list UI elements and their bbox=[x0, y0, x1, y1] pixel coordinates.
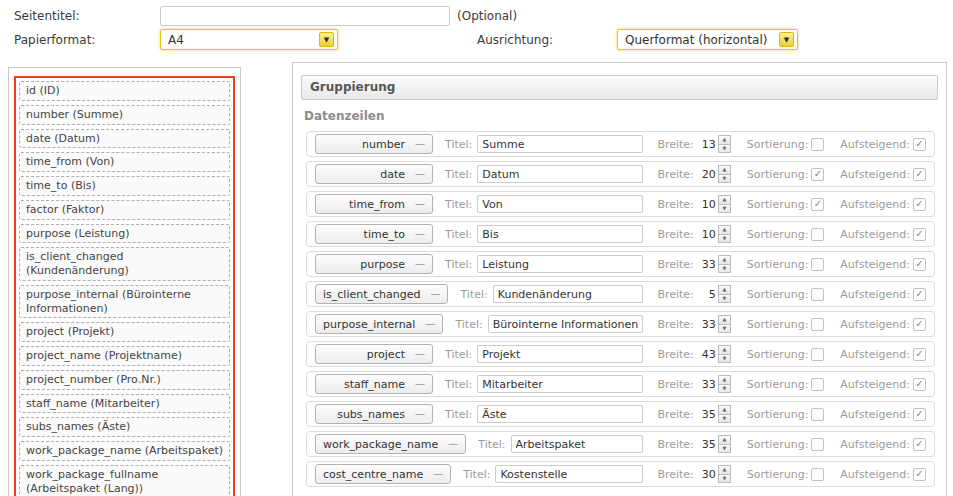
titel-input[interactable] bbox=[477, 135, 643, 153]
breite-input[interactable] bbox=[698, 228, 716, 241]
breite-spinner[interactable]: ▲ ▼ bbox=[718, 225, 731, 243]
available-field-item[interactable]: is_client_changed (Kundenänderung) bbox=[19, 247, 230, 281]
row-field-handle[interactable]: subs_names — bbox=[315, 404, 433, 424]
breite-input[interactable] bbox=[698, 318, 716, 331]
breite-spinner[interactable]: ▲ ▼ bbox=[718, 435, 731, 453]
available-field-item[interactable]: factor (Faktor) bbox=[19, 200, 230, 220]
breite-input[interactable] bbox=[698, 438, 716, 451]
sortierung-checkbox[interactable]: ✓ bbox=[811, 348, 824, 361]
breite-input[interactable] bbox=[698, 408, 716, 421]
breite-spinner[interactable]: ▲ ▼ bbox=[718, 195, 731, 213]
row-field-handle[interactable]: time_from — bbox=[315, 194, 433, 214]
available-field-item[interactable]: purpose (Leistung) bbox=[19, 224, 230, 244]
row-field-handle[interactable]: project — bbox=[315, 344, 433, 364]
available-field-item[interactable]: work_package_fullname (Arbeitspaket (Lan… bbox=[19, 465, 230, 496]
breite-input[interactable] bbox=[698, 378, 716, 391]
available-field-item[interactable]: purpose_internal (Bürointerne Informatio… bbox=[19, 285, 230, 319]
aufsteigend-checkbox[interactable]: ✓ bbox=[913, 228, 926, 241]
spinner-up-icon[interactable]: ▲ bbox=[718, 255, 731, 265]
spinner-up-icon[interactable]: ▲ bbox=[718, 465, 731, 475]
row-field-handle[interactable]: purpose_internal — bbox=[315, 314, 443, 334]
available-field-item[interactable]: time_to (Bis) bbox=[19, 176, 230, 196]
titel-input[interactable] bbox=[477, 375, 643, 393]
available-field-item[interactable]: time_from (Von) bbox=[19, 152, 230, 172]
titel-input[interactable] bbox=[477, 255, 643, 273]
available-field-item[interactable]: staff_name (Mitarbeiter) bbox=[19, 394, 230, 414]
sortierung-checkbox[interactable]: ✓ bbox=[811, 168, 824, 181]
spinner-up-icon[interactable]: ▲ bbox=[718, 345, 731, 355]
sortierung-checkbox[interactable]: ✓ bbox=[811, 378, 824, 391]
aufsteigend-checkbox[interactable]: ✓ bbox=[913, 258, 926, 271]
row-field-handle[interactable]: time_to — bbox=[315, 224, 433, 244]
aufsteigend-checkbox[interactable]: ✓ bbox=[913, 138, 926, 151]
breite-input[interactable] bbox=[698, 168, 716, 181]
available-field-item[interactable]: project_number (Pro.Nr.) bbox=[19, 370, 230, 390]
aufsteigend-checkbox[interactable]: ✓ bbox=[913, 288, 926, 301]
available-field-item[interactable]: number (Summe) bbox=[19, 105, 230, 125]
available-field-item[interactable]: work_package_name (Arbeitspaket) bbox=[19, 441, 230, 461]
aufsteigend-checkbox[interactable]: ✓ bbox=[913, 348, 926, 361]
breite-spinner[interactable]: ▲ ▼ bbox=[718, 375, 731, 393]
grouping-header[interactable]: Gruppierung bbox=[301, 75, 938, 100]
row-field-handle[interactable]: cost_centre_name — bbox=[315, 464, 451, 484]
aufsteigend-checkbox[interactable]: ✓ bbox=[913, 408, 926, 421]
spinner-down-icon[interactable]: ▼ bbox=[718, 295, 731, 304]
sortierung-checkbox[interactable]: ✓ bbox=[811, 408, 824, 421]
spinner-down-icon[interactable]: ▼ bbox=[718, 235, 731, 244]
spinner-up-icon[interactable]: ▲ bbox=[718, 225, 731, 235]
spinner-up-icon[interactable]: ▲ bbox=[718, 285, 731, 295]
breite-input[interactable] bbox=[698, 348, 716, 361]
titel-input[interactable] bbox=[477, 405, 643, 423]
breite-spinner[interactable]: ▲ ▼ bbox=[718, 255, 731, 273]
available-field-item[interactable]: date (Datum) bbox=[19, 129, 230, 149]
aufsteigend-checkbox[interactable]: ✓ bbox=[913, 438, 926, 451]
spinner-down-icon[interactable]: ▼ bbox=[718, 475, 731, 484]
sortierung-checkbox[interactable]: ✓ bbox=[811, 288, 824, 301]
aufsteigend-checkbox[interactable]: ✓ bbox=[913, 378, 926, 391]
spinner-down-icon[interactable]: ▼ bbox=[718, 205, 731, 214]
breite-spinner[interactable]: ▲ ▼ bbox=[718, 135, 731, 153]
ausrichtung-select[interactable]: Querformat (horizontal) ▼ bbox=[617, 29, 798, 50]
breite-spinner[interactable]: ▲ ▼ bbox=[718, 405, 731, 423]
breite-input[interactable] bbox=[698, 138, 716, 151]
aufsteigend-checkbox[interactable]: ✓ bbox=[913, 468, 926, 481]
row-field-handle[interactable]: purpose — bbox=[315, 254, 433, 274]
available-field-item[interactable]: project (Projekt) bbox=[19, 322, 230, 342]
row-field-handle[interactable]: number — bbox=[315, 134, 433, 154]
spinner-up-icon[interactable]: ▲ bbox=[718, 435, 731, 445]
breite-input[interactable] bbox=[698, 258, 716, 271]
spinner-up-icon[interactable]: ▲ bbox=[718, 405, 731, 415]
spinner-down-icon[interactable]: ▼ bbox=[718, 385, 731, 394]
spinner-up-icon[interactable]: ▲ bbox=[718, 315, 731, 325]
breite-input[interactable] bbox=[698, 468, 716, 481]
breite-input[interactable] bbox=[698, 288, 716, 301]
spinner-up-icon[interactable]: ▲ bbox=[718, 135, 731, 145]
row-field-handle[interactable]: staff_name — bbox=[315, 374, 433, 394]
row-field-handle[interactable]: date — bbox=[315, 164, 433, 184]
sortierung-checkbox[interactable]: ✓ bbox=[811, 438, 824, 451]
breite-spinner[interactable]: ▲ ▼ bbox=[718, 165, 731, 183]
spinner-up-icon[interactable]: ▲ bbox=[718, 375, 731, 385]
breite-spinner[interactable]: ▲ ▼ bbox=[718, 465, 731, 483]
titel-input[interactable] bbox=[477, 345, 643, 363]
row-field-handle[interactable]: work_package_name — bbox=[315, 434, 466, 454]
sortierung-checkbox[interactable]: ✓ bbox=[811, 318, 824, 331]
titel-input[interactable] bbox=[488, 315, 644, 333]
spinner-down-icon[interactable]: ▼ bbox=[718, 265, 731, 274]
sortierung-checkbox[interactable]: ✓ bbox=[811, 228, 824, 241]
papierformat-select[interactable]: A4 ▼ bbox=[160, 29, 338, 50]
aufsteigend-checkbox[interactable]: ✓ bbox=[913, 168, 926, 181]
spinner-up-icon[interactable]: ▲ bbox=[718, 165, 731, 175]
available-field-item[interactable]: subs_names (Äste) bbox=[19, 417, 230, 437]
row-field-handle[interactable]: is_client_changed — bbox=[315, 284, 448, 304]
titel-input[interactable] bbox=[511, 435, 644, 453]
spinner-down-icon[interactable]: ▼ bbox=[718, 145, 731, 154]
titel-input[interactable] bbox=[495, 465, 643, 483]
seitentitel-input[interactable] bbox=[160, 6, 450, 26]
spinner-down-icon[interactable]: ▼ bbox=[718, 415, 731, 424]
sortierung-checkbox[interactable]: ✓ bbox=[811, 468, 824, 481]
breite-spinner[interactable]: ▲ ▼ bbox=[718, 285, 731, 303]
spinner-up-icon[interactable]: ▲ bbox=[718, 195, 731, 205]
spinner-down-icon[interactable]: ▼ bbox=[718, 445, 731, 454]
spinner-down-icon[interactable]: ▼ bbox=[718, 355, 731, 364]
